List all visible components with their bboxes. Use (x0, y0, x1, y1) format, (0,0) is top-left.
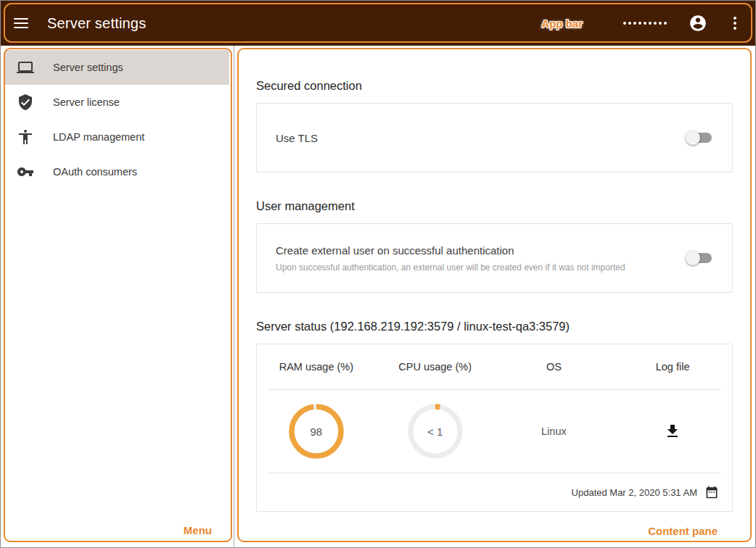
status-footer: Updated Mar 2, 2020 5:31 AM (257, 473, 732, 511)
section-heading-server-status: Server status (192.168.219.192:3579 / li… (256, 320, 733, 333)
column-header-logfile: Log file (656, 361, 690, 373)
status-table-header: RAM usage (%) CPU usage (%) OS Log file (257, 344, 732, 389)
sidebar-item-server-license[interactable]: Server license (5, 85, 229, 120)
apps-grid-icon[interactable] (623, 22, 667, 25)
section-heading-secured-connection: Secured connection (256, 79, 733, 93)
cpu-usage-gauge: < 1 (407, 403, 464, 460)
screen: Server settings App bar Se (0, 0, 756, 548)
sidebar-item-label: Server license (53, 96, 120, 108)
log-file-download-button[interactable] (664, 423, 681, 440)
use-tls-toggle[interactable] (686, 130, 713, 145)
app-bar: Server settings App bar (1, 1, 755, 46)
cpu-usage-value: < 1 (407, 403, 464, 460)
toggle-thumb (686, 251, 700, 265)
sidebar-item-oauth-consumers[interactable]: OAuth consumers (5, 154, 229, 189)
status-table-row: 98 < 1 Linux (257, 390, 732, 473)
appbar-annotation: App bar (541, 17, 583, 30)
account-icon[interactable] (689, 14, 707, 33)
person-hierarchy-icon (17, 128, 34, 146)
calendar-icon[interactable] (704, 485, 719, 499)
updated-timestamp: Updated Mar 2, 2020 5:31 AM (572, 487, 697, 498)
page-title: Server settings (47, 15, 146, 32)
content-pane: Secured connection Use TLS User manageme… (234, 46, 755, 547)
laptop-icon (17, 59, 34, 76)
create-external-user-description: Upon successful authentication, an exter… (276, 262, 625, 273)
shield-check-icon (17, 94, 34, 111)
sidebar-item-ldap-management[interactable]: LDAP management (5, 120, 229, 154)
kebab-menu-icon[interactable] (729, 15, 741, 31)
sidebar-item-label: OAuth consumers (53, 166, 137, 178)
column-header-os: OS (546, 361, 562, 373)
sidebar-item-label: LDAP management (53, 131, 144, 143)
toggle-thumb (686, 130, 700, 145)
ram-usage-value: 98 (288, 403, 345, 460)
menu-icon[interactable] (14, 18, 28, 28)
menu-annotation: Menu (184, 524, 212, 536)
use-tls-label: Use TLS (276, 132, 318, 144)
create-external-user-toggle[interactable] (686, 251, 713, 265)
download-icon (664, 423, 681, 440)
key-icon (17, 163, 34, 180)
sidebar-item-server-settings[interactable]: Server settings (5, 50, 229, 85)
secured-connection-card: Use TLS (256, 103, 733, 173)
os-value: Linux (541, 425, 567, 437)
ram-usage-gauge: 98 (288, 403, 345, 460)
server-status-card: RAM usage (%) CPU usage (%) OS Log file … (256, 344, 733, 512)
content-pane-annotation: Content pane (648, 525, 718, 537)
column-header-ram: RAM usage (%) (279, 361, 353, 373)
sidebar-item-label: Server settings (53, 62, 123, 73)
user-management-card: Create external user on successful authe… (256, 223, 733, 293)
column-header-cpu: CPU usage (%) (398, 361, 472, 373)
create-external-user-label: Create external user on successful authe… (276, 244, 625, 257)
sidebar-menu: Server settings Server license LDAP mana… (1, 46, 234, 547)
section-heading-user-management: User management (256, 199, 733, 213)
